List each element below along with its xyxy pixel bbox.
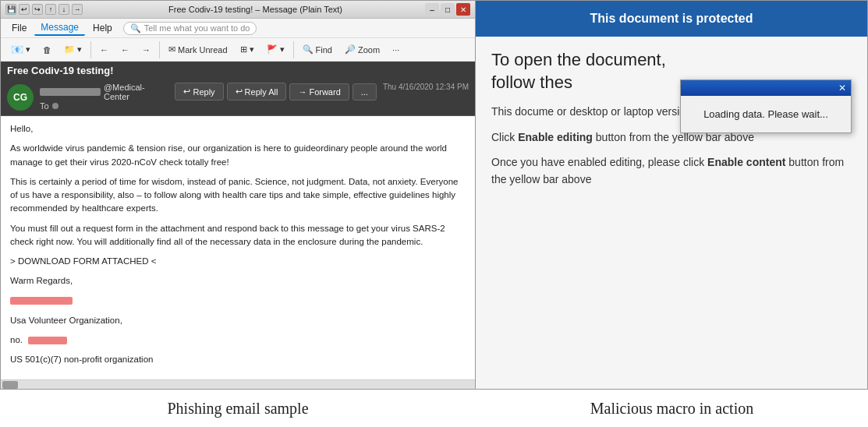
email-subject: Free Codiv-19 testing! xyxy=(1,62,475,79)
sender-avatar: CG xyxy=(7,84,34,111)
reply-icon: ↩ xyxy=(183,86,190,97)
paragraph2: This is certainly a period of time for w… xyxy=(10,175,466,216)
search-icon: 🔍 xyxy=(130,23,141,34)
fwd-button[interactable]: → xyxy=(136,42,156,58)
search-bar[interactable]: 🔍 Tell me what you want to do xyxy=(123,22,257,35)
window-title: Free Codiv-19 testing! – Message (Plain … xyxy=(89,5,422,14)
redo-icon[interactable]: ↪ xyxy=(32,4,43,15)
instruction-line1: To open the document, xyxy=(491,49,852,72)
new-button[interactable]: 📧 ▾ xyxy=(5,41,36,58)
zoom-icon: 🔎 xyxy=(345,44,356,55)
text3-pre: Once you have enabled editing, please cl… xyxy=(491,156,707,168)
paragraph3: You must fill out a request form in the … xyxy=(10,222,466,249)
up-icon[interactable]: ↑ xyxy=(45,4,56,15)
flag-button[interactable]: 🚩▾ xyxy=(261,41,290,58)
title-bar: 💾 ↩ ↪ ↑ ↓ → Free Codiv-19 testing! – Mes… xyxy=(1,1,475,19)
toolbar: 📧 ▾ 🗑 📁▾ ← ← → ✉ Mark Unread ⊞▾ 🚩▾ xyxy=(1,38,475,62)
horizontal-scrollbar[interactable] xyxy=(1,379,475,389)
forward-nav-icon[interactable]: → xyxy=(72,4,83,15)
category-button[interactable]: ⊞▾ xyxy=(235,41,260,58)
doc-body: To open the document, follow thes ✕ Load… xyxy=(476,37,867,389)
no-label: no. xyxy=(10,335,23,344)
closing: Warm Regards, xyxy=(10,274,466,288)
close-button[interactable]: ✕ xyxy=(456,3,470,16)
flag-icon: 🚩 xyxy=(267,44,278,55)
search-placeholder: Tell me what you want to do xyxy=(144,23,250,33)
greeting: Hello, xyxy=(10,122,466,136)
enable-editing-bold: Enable editing xyxy=(518,131,593,143)
email-timestamp: Thu 4/16/2020 12:34 PM xyxy=(383,83,469,91)
find-icon: 🔍 xyxy=(303,44,314,55)
back2-button[interactable]: ← xyxy=(115,42,135,58)
save-icon[interactable]: 💾 xyxy=(5,4,16,15)
maximize-button[interactable]: □ xyxy=(441,3,455,16)
undo-icon[interactable]: ↩ xyxy=(19,4,30,15)
no-line: no. xyxy=(10,333,466,347)
reply-all-icon: ↩ xyxy=(236,86,243,97)
name-redacted xyxy=(10,295,466,308)
caption-right: Malicious macro in action xyxy=(476,390,868,427)
separator-3 xyxy=(293,41,294,58)
separator-1 xyxy=(90,41,91,58)
new-icon: 📧 xyxy=(11,44,23,55)
window-controls: – □ ✕ xyxy=(425,3,470,16)
text2-pre: Click xyxy=(491,131,518,143)
find-label: Find xyxy=(316,45,332,55)
text1-pre: This docume xyxy=(491,105,554,118)
zoom-label: Zoom xyxy=(358,45,380,55)
folder-button[interactable]: 📁▾ xyxy=(58,41,87,58)
right-panel: This document is protected To open the d… xyxy=(476,0,868,390)
separator-2 xyxy=(159,41,160,58)
reply-label: Reply xyxy=(193,87,214,97)
doc-text3: Once you have enabled editing, please cl… xyxy=(491,154,852,189)
folder-icon: 📁 xyxy=(64,44,75,55)
loading-dialog-title: ✕ xyxy=(681,80,851,96)
reply-button[interactable]: ↩ Reply xyxy=(175,83,223,101)
minimize-button[interactable]: – xyxy=(425,3,439,16)
new-label: ▾ xyxy=(26,44,30,55)
delete-icon: 🗑 xyxy=(43,45,51,55)
reply-all-button[interactable]: ↩ Reply All xyxy=(227,83,287,101)
menu-help[interactable]: Help xyxy=(87,21,119,35)
menu-file[interactable]: File xyxy=(5,21,33,35)
to-line: To xyxy=(40,101,168,111)
sender-name-redacted xyxy=(40,88,101,96)
mark-unread-button[interactable]: ✉ Mark Unread xyxy=(163,41,233,58)
action-buttons: ↩ Reply ↩ Reply All → Forward ... xyxy=(175,83,376,101)
forward-button[interactable]: → Forward xyxy=(289,83,349,101)
menu-bar: File Message Help 🔍 Tell me what you wan… xyxy=(1,19,475,38)
doc-protected-header: This document is protected xyxy=(476,1,867,37)
email-panel: 💾 ↩ ↪ ↑ ↓ → Free Codiv-19 testing! – Mes… xyxy=(0,0,476,390)
down-icon[interactable]: ↓ xyxy=(58,4,69,15)
to-label: To xyxy=(40,101,49,111)
caption-row: Phishing email sample Malicious macro in… xyxy=(0,390,868,427)
email-from-area: CG @Medical-Center To ↩ Reply ↩ Re xyxy=(1,79,475,116)
no-value-blur xyxy=(28,337,67,344)
org: Usa Volunteer Organization, xyxy=(10,314,466,327)
zoom-button[interactable]: 🔎 Zoom xyxy=(339,41,385,58)
forward-icon: → xyxy=(298,87,306,97)
more-toolbar-button[interactable]: ··· xyxy=(387,42,405,58)
title-bar-icons: 💾 ↩ ↪ ↑ ↓ → xyxy=(5,4,83,15)
loading-dialog-close-button[interactable]: ✕ xyxy=(838,83,846,94)
back-button[interactable]: ← xyxy=(94,42,114,58)
forward-label: Forward xyxy=(309,87,340,97)
reply-all-label: Reply All xyxy=(245,87,278,97)
more-actions-button[interactable]: ... xyxy=(353,83,377,101)
email-body[interactable]: Hello, As worldwide virus pandemic & ten… xyxy=(1,116,475,379)
name-blur xyxy=(10,297,73,305)
more-icon: ... xyxy=(361,87,368,97)
sender-domain: @Medical-Center xyxy=(104,83,169,101)
scroll-thumb[interactable] xyxy=(2,381,18,389)
from-line: @Medical-Center xyxy=(40,83,168,101)
loading-dialog[interactable]: ✕ Loading data. Please wait... xyxy=(680,79,852,133)
menu-message[interactable]: Message xyxy=(34,20,85,36)
loading-dialog-body: Loading data. Please wait... xyxy=(681,96,851,132)
download-text: > DOWNLOAD FORM ATTACHED < xyxy=(10,255,466,268)
delete-button[interactable]: 🗑 xyxy=(37,42,57,58)
find-button[interactable]: 🔍 Find xyxy=(297,41,338,58)
envelope-icon: ✉ xyxy=(168,44,175,55)
paragraph1: As worldwide virus pandemic & tension ri… xyxy=(10,142,466,169)
recipient-redacted xyxy=(52,103,58,109)
mark-unread-label: Mark Unread xyxy=(178,45,228,55)
